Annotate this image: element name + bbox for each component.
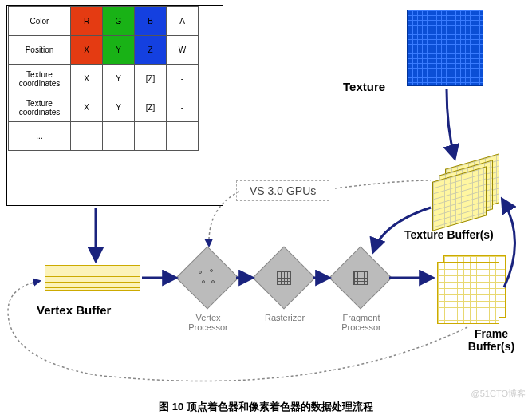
- row-header: ...: [9, 122, 71, 151]
- cell: Y: [103, 36, 135, 65]
- cell: X: [71, 36, 103, 65]
- rasterizer-node: [252, 246, 315, 309]
- cell: [Z]: [135, 93, 167, 122]
- frame-buffer-label: Frame Buffer(s): [451, 327, 532, 353]
- cell: [103, 122, 135, 151]
- fragment-processor-node: [329, 246, 392, 309]
- row-header: Position: [9, 36, 71, 65]
- row-header: Texture coordinates: [9, 65, 71, 93]
- texture-buffer-icon: [432, 161, 499, 219]
- cell: A: [167, 7, 199, 36]
- vs-gpus-label: VS 3.0 GPUs: [236, 180, 329, 201]
- cell: -: [167, 93, 199, 122]
- cell: B: [135, 7, 167, 36]
- texture-label: Texture: [343, 80, 385, 93]
- vertex-attribute-table: ColorRGBAPositionXYZWTexture coordinates…: [8, 6, 199, 151]
- row-header: Color: [9, 7, 71, 36]
- frame-buffer-icon: [437, 262, 499, 324]
- vertex-buffer-icon: [45, 265, 140, 291]
- vertex-processor-label: Vertex Processor: [180, 313, 236, 332]
- rasterizer-label: Rasterizer: [257, 313, 313, 322]
- cell: W: [167, 36, 199, 65]
- cell: Z: [135, 36, 167, 65]
- vertex-buffer-label: Vertex Buffer: [37, 303, 111, 317]
- cell: X: [71, 93, 103, 122]
- vertex-processor-node: [175, 246, 238, 309]
- texture-icon: [407, 10, 483, 86]
- cell: X: [71, 65, 103, 93]
- cell: -: [167, 65, 199, 93]
- cell: [167, 122, 199, 151]
- cell: [Z]: [135, 65, 167, 93]
- texture-buffer-label: Texture Buffer(s): [404, 228, 494, 241]
- figure-caption: 图 10 顶点着色器和像素着色器的数据处理流程: [0, 400, 532, 414]
- cell: [135, 122, 167, 151]
- cell: Y: [103, 93, 135, 122]
- cell: G: [103, 7, 135, 36]
- cell: Y: [103, 65, 135, 93]
- row-header: Texture coordinates: [9, 93, 71, 122]
- cell: R: [71, 7, 103, 36]
- fragment-processor-label: Fragment Processor: [333, 313, 389, 332]
- cell: [71, 122, 103, 151]
- watermark: @51CTO博客: [471, 388, 526, 400]
